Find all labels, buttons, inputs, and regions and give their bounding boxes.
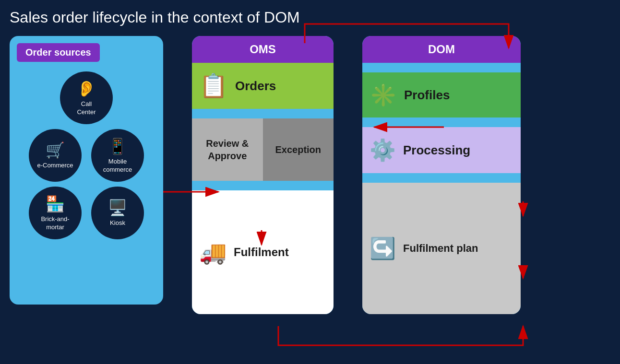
brick-label: Brick-and-mortar <box>41 215 69 232</box>
order-sources-label: Order sources <box>17 43 100 62</box>
call-center-label: CallCenter <box>77 100 95 117</box>
oms-box: OMS 📋 Orders Review &Approve Exception 🚚… <box>192 36 334 314</box>
circle-ecommerce: 🛒 e-Commerce <box>29 129 82 182</box>
dom-fulfilment-plan-section: ↪️ Fulfilment plan <box>362 183 521 314</box>
oms-fulfilment-label: Fulfilment <box>234 246 289 259</box>
oms-orders-label: Orders <box>235 79 276 94</box>
order-sources-box: Order sources 👂 CallCenter 🛒 e-Commerce … <box>10 36 163 305</box>
dom-fulfilment-plan-label: Fulfilment plan <box>403 242 478 255</box>
dom-processing-section: ⚙️ Processing <box>362 127 521 173</box>
ecommerce-label: e-Commerce <box>37 162 73 170</box>
dom-box: DOM ✳️ Profiles ⚙️ Processing ↪️ Fulfilm… <box>362 36 521 314</box>
oms-header: OMS <box>192 36 334 63</box>
puzzle-icon: ✳️ <box>370 82 397 108</box>
dom-processing-label: Processing <box>403 143 470 158</box>
oms-middle-section: Review &Approve Exception <box>192 118 334 181</box>
dom-profiles-section: ✳️ Profiles <box>362 72 521 117</box>
circle-brick: 🏪 Brick-and-mortar <box>29 187 82 239</box>
mobile-icon: 📱 <box>108 137 127 155</box>
circle-mobile: 📱 Mobilecommerce <box>91 129 144 182</box>
dom-header: DOM <box>362 36 521 63</box>
oms-exception-label: Exception <box>275 143 321 156</box>
gear-icon: ⚙️ <box>370 138 396 163</box>
dom-spacer-mid1 <box>362 117 521 127</box>
oms-review-label: Review &Approve <box>206 137 249 162</box>
circles-row-top: 👂 CallCenter <box>60 71 113 124</box>
building-icon: 🏪 <box>46 195 65 213</box>
dom-spacer-mid2 <box>362 173 521 183</box>
dom-profiles-label: Profiles <box>404 88 450 103</box>
ear-icon: 👂 <box>77 80 96 98</box>
kiosk-label: Kiosk <box>110 219 125 227</box>
oms-spacer-top <box>192 109 334 118</box>
document-icon: 📋 <box>199 72 228 99</box>
kiosk-icon: 🖥️ <box>108 199 127 217</box>
oms-review-section: Review &Approve <box>192 118 263 181</box>
circle-call-center: 👂 CallCenter <box>60 71 113 124</box>
diagram-container: Order sources 👂 CallCenter 🛒 e-Commerce … <box>0 36 620 314</box>
oms-fulfilment-section: 🚚 Fulfilment <box>192 190 334 314</box>
share-icon: ↪️ <box>370 236 396 261</box>
dom-spacer-top <box>362 63 521 72</box>
oms-orders-section: 📋 Orders <box>192 63 334 109</box>
circles-container: 👂 CallCenter 🛒 e-Commerce 📱 Mobilecommer… <box>17 71 156 239</box>
oms-spacer-bot <box>192 181 334 190</box>
circle-kiosk: 🖥️ Kiosk <box>91 187 144 239</box>
truck-icon: 🚚 <box>199 239 227 265</box>
cart-icon: 🛒 <box>46 141 65 159</box>
oms-exception-section: Exception <box>263 118 334 181</box>
page-title: Sales order lifecycle in the context of … <box>0 0 620 31</box>
circles-row-bot: 🏪 Brick-and-mortar 🖥️ Kiosk <box>29 187 144 239</box>
circles-row-mid: 🛒 e-Commerce 📱 Mobilecommerce <box>29 129 144 182</box>
mobile-label: Mobilecommerce <box>103 158 132 174</box>
